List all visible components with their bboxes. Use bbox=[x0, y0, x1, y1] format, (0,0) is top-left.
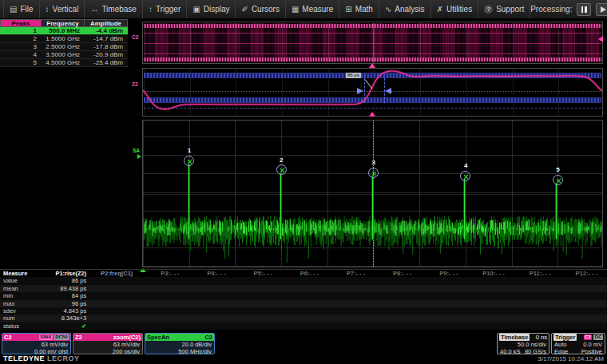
measure-icon: ▦ bbox=[292, 5, 299, 14]
measure-col-header[interactable]: P1:rise(Z2) bbox=[50, 270, 96, 277]
pause-icon bbox=[581, 6, 587, 13]
c2-trigger-level-icon[interactable] bbox=[598, 36, 603, 42]
c2-label: C2 bbox=[4, 334, 12, 341]
measure-value bbox=[561, 300, 607, 307]
measure-col-header[interactable]: P4:- - - bbox=[189, 270, 236, 277]
measure-row-label: value bbox=[0, 277, 50, 284]
measure-header-label: Measure bbox=[0, 270, 50, 277]
c2-channel-marker: C2 bbox=[132, 35, 138, 40]
measure-col-header[interactable]: P2:freq(C1) bbox=[96, 270, 142, 277]
measure-col-header[interactable]: P5:- - - bbox=[236, 270, 282, 277]
measure-col-header[interactable]: P11:- - - bbox=[514, 270, 561, 277]
measure-row-min: min84 ps bbox=[0, 292, 607, 299]
peak-index: 2 bbox=[0, 35, 42, 42]
utilities-icon: ✗ bbox=[437, 5, 443, 14]
measure-value: 86 ps bbox=[50, 277, 96, 284]
gate-arrow-left-icon bbox=[357, 88, 363, 94]
timebase-samples: 40.0 kS bbox=[500, 348, 520, 354]
menu-utilities[interactable]: ✗Utilities bbox=[431, 0, 479, 18]
measure-value bbox=[282, 285, 328, 292]
measure-col-header[interactable]: P8:- - - bbox=[375, 270, 421, 277]
measure-value bbox=[514, 292, 561, 299]
measure-row-label: mean bbox=[0, 285, 50, 292]
peak-row-4[interactable]: 4 3.5000 GHz -20.9 dBm bbox=[0, 51, 128, 59]
z2-time-per-div: 200 ps/div bbox=[113, 348, 140, 354]
measure-value bbox=[421, 292, 467, 299]
measure-value bbox=[375, 277, 421, 284]
measure-col-header[interactable]: P12:- - - bbox=[561, 270, 607, 277]
peak-marker-3[interactable] bbox=[368, 168, 379, 178]
specan-freq-per-div: 500 MHz/div bbox=[178, 348, 212, 354]
menu-timebase[interactable]: ↔Timebase bbox=[85, 0, 143, 18]
trigger-box[interactable]: Trigger C2 DC Auto 0.0 mV Edge Positive bbox=[551, 333, 605, 354]
specan-label: SpecAn bbox=[147, 334, 169, 341]
datetime: 3/17/2015 10:24:12 AM bbox=[538, 355, 604, 362]
peak-row-3[interactable]: 3 2.5000 GHz -17.8 dBm bbox=[0, 43, 128, 51]
timebase-box[interactable]: Timebase 0 ns 50.0 ns/div 40.0 kS 80 GS/… bbox=[497, 333, 549, 354]
peak-marker-5[interactable] bbox=[553, 175, 563, 185]
specan-descriptor-box[interactable]: SpecAn C2 20.0 dB/div 500 MHz/div bbox=[145, 333, 215, 354]
measure-value bbox=[236, 285, 282, 292]
menu-measure[interactable]: ▦Measure bbox=[286, 0, 339, 18]
menu-display[interactable]: ▣Display bbox=[187, 0, 236, 18]
peak-number-label: 3 bbox=[372, 159, 375, 166]
c2-trigger-position-line bbox=[373, 23, 374, 64]
menu-support[interactable]: ?Support bbox=[478, 0, 530, 18]
measure-value bbox=[468, 292, 514, 299]
peak-number-label: 1 bbox=[188, 147, 191, 154]
menu-trigger[interactable]: ↑Trigger bbox=[143, 0, 187, 18]
peak-row-1[interactable]: 1 500.0 MHz -4.4 dBm bbox=[0, 27, 128, 35]
measure-value bbox=[561, 277, 607, 284]
peak-marker-4[interactable] bbox=[460, 171, 470, 181]
measure-value bbox=[375, 292, 421, 299]
peak-row-2[interactable]: 2 1.5000 GHz -14.7 dBm bbox=[0, 35, 128, 43]
measure-col-header[interactable]: P3:- - - bbox=[142, 270, 188, 277]
peak-amplitude: -14.7 dBm bbox=[85, 35, 128, 42]
pause-button[interactable] bbox=[577, 3, 591, 16]
measure-value bbox=[142, 322, 188, 330]
measure-row-status: status✔ bbox=[0, 322, 607, 330]
play-button[interactable] bbox=[596, 3, 607, 16]
z2-descriptor-box[interactable]: Z2 zoom(C2) 63 mV/div 200 ps/div bbox=[73, 333, 143, 354]
measure-col-header[interactable]: P9:- - - bbox=[421, 270, 467, 277]
measure-value bbox=[142, 300, 188, 307]
peak-marker-1[interactable] bbox=[184, 156, 194, 166]
frequency-header: Frequency bbox=[42, 19, 85, 27]
oscilloscope-screen: ▤File ↕Vertical ↔Timebase ↑Trigger ▣Disp… bbox=[0, 0, 607, 364]
peak-cross-icon bbox=[280, 168, 285, 173]
measure-value: ✔ bbox=[50, 322, 96, 330]
measure-col-header[interactable]: P6:- - - bbox=[282, 270, 328, 277]
menu-cursors[interactable]: ✐Cursors bbox=[236, 0, 285, 18]
brand-logo: TELEDYNELECROY bbox=[3, 354, 80, 362]
menu-utilities-label: Utilities bbox=[446, 5, 472, 14]
menu-vertical[interactable]: ↕Vertical bbox=[40, 0, 85, 18]
trigger-position-icon[interactable] bbox=[369, 112, 375, 117]
measure-value bbox=[96, 300, 142, 307]
measure-value bbox=[236, 292, 282, 299]
measure-col-header[interactable]: P10:- - - bbox=[468, 270, 514, 277]
measure-value bbox=[561, 315, 607, 322]
peak-row-5[interactable]: 5 4.5000 GHz -25.4 dBm bbox=[0, 59, 128, 67]
z2-zoom-panel[interactable]: 86 ps bbox=[142, 68, 603, 117]
c2-waveform-panel[interactable] bbox=[142, 22, 603, 64]
rise-gate-left bbox=[364, 78, 365, 103]
peak-frequency: 1.5000 GHz bbox=[42, 35, 85, 42]
measure-value bbox=[421, 307, 467, 315]
measure-value bbox=[468, 315, 514, 322]
measure-row-label: max bbox=[0, 300, 50, 307]
measure-value bbox=[328, 300, 375, 307]
peak-amplitude: -17.8 dBm bbox=[85, 43, 128, 50]
menu-file[interactable]: ▤File bbox=[3, 0, 40, 18]
peak-frequency: 3.5000 GHz bbox=[42, 51, 85, 58]
c2-descriptor-box[interactable]: C2 SINX DC50 63 mV/div 0.00 mV ofst bbox=[2, 333, 71, 354]
peak-marker-2[interactable] bbox=[276, 164, 287, 175]
measure-value bbox=[514, 307, 561, 315]
vertical-icon: ↕ bbox=[46, 5, 50, 14]
menu-analysis[interactable]: ∿Analysis bbox=[379, 0, 431, 18]
measure-col-header[interactable]: P7:- - - bbox=[328, 270, 375, 277]
spectrum-panel[interactable]: 12345 bbox=[142, 120, 603, 267]
c2-volts-per-div: 63 mV/div bbox=[42, 341, 68, 348]
measure-value bbox=[421, 300, 467, 307]
menu-math[interactable]: ⊞Math bbox=[339, 0, 379, 18]
measure-value bbox=[282, 322, 328, 330]
